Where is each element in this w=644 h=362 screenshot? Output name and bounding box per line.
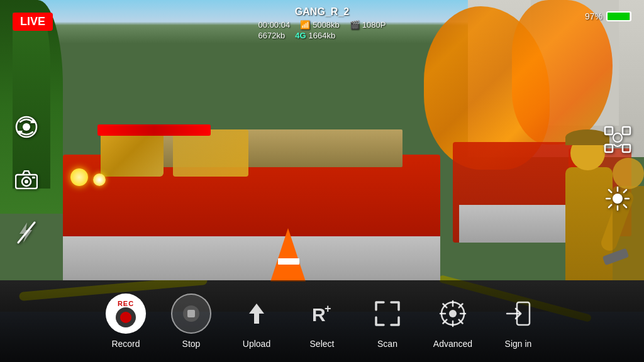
svg-text:+: + <box>325 302 331 315</box>
signin-label: Sign in <box>505 339 532 349</box>
svg-rect-26 <box>187 310 195 317</box>
svg-rect-11 <box>623 127 630 134</box>
rotate-camera-icon[interactable] <box>13 113 40 141</box>
record-icon: REC <box>106 293 146 334</box>
left-icons-panel <box>13 113 40 246</box>
select-button[interactable]: R + Select <box>289 293 355 349</box>
stop-button[interactable]: Stop <box>158 293 224 349</box>
record-label: Record <box>111 339 140 349</box>
svg-point-24 <box>120 312 131 323</box>
svg-point-31 <box>449 310 457 317</box>
select-icon: R + <box>302 293 342 334</box>
scan-icon <box>367 293 408 334</box>
svg-line-21 <box>624 205 626 207</box>
brightness-icon[interactable] <box>604 185 631 212</box>
svg-point-1 <box>23 123 30 131</box>
signin-icon <box>498 293 538 334</box>
rec-dot <box>116 307 136 327</box>
live-label: LIVE <box>20 15 45 28</box>
svg-line-23 <box>609 205 611 207</box>
live-badge: LIVE <box>13 13 53 31</box>
select-label: Select <box>310 339 335 349</box>
scan-label: Scan <box>377 339 397 349</box>
svg-rect-10 <box>605 127 613 134</box>
upload-icon <box>236 293 277 334</box>
svg-line-22 <box>624 190 626 192</box>
svg-point-15 <box>613 194 623 204</box>
svg-text:R: R <box>312 304 326 325</box>
svg-rect-7 <box>32 177 35 178</box>
bottom-toolbar: REC Record Stop <box>0 280 644 362</box>
upload-label: Upload <box>243 339 270 349</box>
svg-point-6 <box>25 180 28 184</box>
advanced-label: Advanced <box>433 339 472 349</box>
record-button[interactable]: REC Record <box>93 293 158 349</box>
svg-point-14 <box>613 133 622 142</box>
svg-marker-27 <box>249 304 264 324</box>
svg-line-20 <box>609 190 611 192</box>
photo-camera-icon[interactable] <box>13 166 40 194</box>
upload-button[interactable]: Upload <box>224 293 289 349</box>
stop-label: Stop <box>182 339 201 349</box>
advanced-icon <box>433 293 473 334</box>
flash-off-icon[interactable] <box>13 219 40 246</box>
signin-button[interactable]: Sign in <box>486 293 551 349</box>
scan-button[interactable]: Scan <box>355 293 420 349</box>
advanced-button[interactable]: Advanced <box>420 293 486 349</box>
svg-rect-13 <box>623 145 630 152</box>
stop-icon <box>171 293 211 334</box>
rec-label: REC <box>118 300 134 307</box>
face-tracking-icon[interactable] <box>604 126 631 153</box>
svg-rect-12 <box>605 145 613 152</box>
